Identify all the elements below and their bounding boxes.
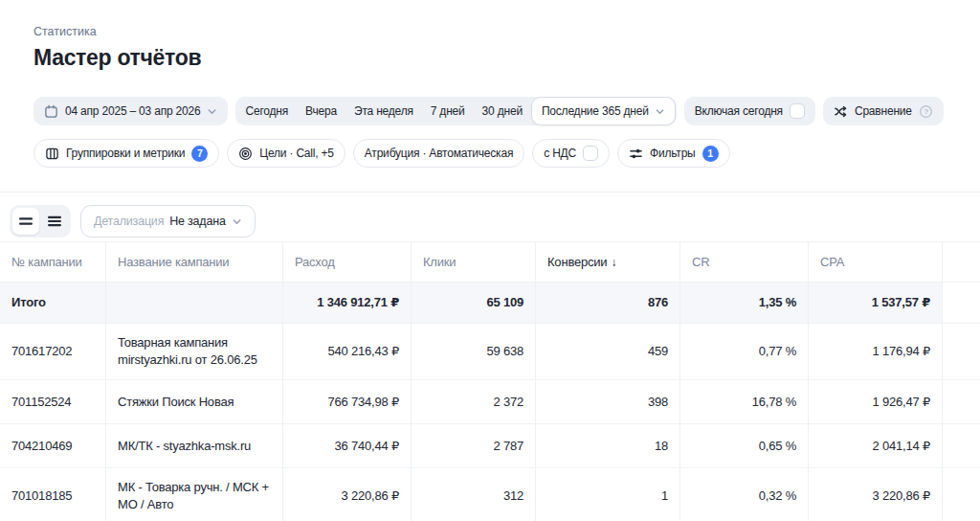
cell-campaign-id: 701617202 xyxy=(0,324,106,379)
columns-icon xyxy=(45,147,59,161)
column-header-clicks[interactable]: Клики xyxy=(412,242,536,282)
cell-cpa: 1 926,47 ₽ xyxy=(809,380,943,423)
three-rows-icon xyxy=(48,215,61,228)
table-row: 701152524 Стяжки Поиск Новая 766 734,98 … xyxy=(0,380,980,424)
master-reports-page: Статистика Мастер отчётов 04 апр 2025 – … xyxy=(0,0,980,521)
selected-range-dropdown[interactable]: Последние 365 дней xyxy=(531,97,676,125)
table-row: 701018185 МК - Товарка ручн. / МСК + МО … xyxy=(0,468,980,521)
cell-clicks: 59 638 xyxy=(412,324,536,379)
cell-cr: 0,32 % xyxy=(680,468,809,521)
totals-cpa: 1 537,57 ₽ xyxy=(809,283,943,323)
cell-cost: 36 740,44 ₽ xyxy=(283,424,412,467)
vat-checkbox[interactable] xyxy=(583,146,598,161)
two-rows-icon xyxy=(19,215,33,228)
totals-cost: 1 346 912,71 ₽ xyxy=(283,283,412,323)
filters-button[interactable]: Фильтры 1 xyxy=(617,139,730,168)
cell-cr: 0,77 % xyxy=(680,324,809,379)
conversions-header-label: Конверсии xyxy=(547,255,607,269)
column-header-campaign-name[interactable]: Название кампании xyxy=(106,242,283,282)
date-range-label: 04 апр 2025 – 03 апр 2026 xyxy=(65,104,200,118)
cell-cpa: 3 220,86 ₽ xyxy=(809,468,943,521)
filters-count-badge: 1 xyxy=(702,146,719,162)
view-density-group xyxy=(10,205,71,238)
totals-row: Итого 1 346 912,71 ₽ 65 109 876 1,35 % 1… xyxy=(0,283,980,324)
column-header-cpa[interactable]: CPA xyxy=(809,242,943,282)
cell-cr: 0,65 % xyxy=(680,424,809,467)
table-row: 701617202 Товарная кампания mirstyazhki.… xyxy=(0,324,980,380)
cell-clicks: 2 787 xyxy=(412,424,536,467)
date-range-button[interactable]: 04 апр 2025 – 03 апр 2026 xyxy=(33,97,228,125)
quick-range-yesterday[interactable]: Вчера xyxy=(297,97,345,125)
cell-cpa: 2 041,14 ₽ xyxy=(809,424,943,467)
goals-label: Цели · Call, +5 xyxy=(259,147,334,160)
quick-range-this-week[interactable]: Эта неделя xyxy=(345,97,422,125)
groupings-metrics-label: Группировки и метрики xyxy=(66,147,185,160)
date-filter-row: 04 апр 2025 – 03 апр 2026 Сегодня Вчера … xyxy=(33,97,980,125)
chevron-down-icon xyxy=(207,106,217,117)
include-today-checkbox[interactable] xyxy=(790,103,805,119)
breadcrumb[interactable]: Статистика xyxy=(33,25,97,38)
chevron-down-icon xyxy=(232,216,242,227)
cell-clicks: 2 372 xyxy=(412,380,536,423)
quick-range-today[interactable]: Сегодня xyxy=(236,97,297,125)
cell-overflow xyxy=(943,324,980,379)
cell-cost: 540 216,43 ₽ xyxy=(283,324,412,379)
density-comfort-button[interactable] xyxy=(12,208,39,235)
quick-range-group: Сегодня Вчера Эта неделя 7 дней 30 дней … xyxy=(235,97,676,125)
cell-cr: 16,78 % xyxy=(680,380,809,423)
quick-range-30-days[interactable]: 30 дней xyxy=(474,97,531,125)
column-header-cost[interactable]: Расход xyxy=(283,242,412,282)
column-header-campaign-id[interactable]: № кампании xyxy=(0,242,106,282)
goals-button[interactable]: Цели · Call, +5 xyxy=(227,139,345,168)
filters-label: Фильтры xyxy=(650,147,696,160)
calendar-icon xyxy=(44,104,58,119)
cell-campaign-name: Товарная кампания mirstyazhki.ru от 26.0… xyxy=(106,324,283,379)
cell-cost: 3 220,86 ₽ xyxy=(283,468,412,521)
chevron-down-icon xyxy=(655,106,665,117)
cell-conversions: 459 xyxy=(536,324,680,379)
totals-conversions: 876 xyxy=(536,283,680,323)
cell-overflow xyxy=(943,380,980,423)
cell-overflow xyxy=(943,424,980,467)
cell-conversions: 1 xyxy=(536,468,680,521)
cell-cost: 766 734,98 ₽ xyxy=(283,380,412,423)
totals-cr: 1,35 % xyxy=(680,283,809,323)
column-header-cr[interactable]: CR xyxy=(680,242,809,282)
vat-toggle[interactable]: с НДС xyxy=(532,139,610,168)
cell-campaign-id: 704210469 xyxy=(0,424,106,467)
cell-conversions: 18 xyxy=(536,424,680,467)
cell-conversions: 398 xyxy=(536,380,680,423)
cell-clicks: 312 xyxy=(412,468,536,521)
cell-cpa: 1 176,94 ₽ xyxy=(809,324,943,379)
totals-label: Итого xyxy=(0,283,106,323)
sliders-icon xyxy=(629,147,643,161)
table-toolbar: Детализация Не задана xyxy=(10,205,980,238)
cell-campaign-id: 701152524 xyxy=(0,380,106,423)
help-icon[interactable]: ? xyxy=(919,104,933,119)
detalization-dropdown[interactable]: Детализация Не задана xyxy=(80,205,256,238)
density-compact-button[interactable] xyxy=(41,208,68,235)
detalization-value: Не задана xyxy=(169,215,225,228)
totals-name-cell xyxy=(106,283,283,323)
metrics-filter-row: Группировки и метрики 7 Цели · Call, +5 … xyxy=(33,139,980,168)
groupings-metrics-button[interactable]: Группировки и метрики 7 xyxy=(33,139,219,168)
column-header-conversions[interactable]: Конверсии ↓ xyxy=(536,242,680,282)
include-today-toggle[interactable]: Включая сегодня xyxy=(684,97,815,125)
svg-text:?: ? xyxy=(924,107,928,116)
sort-desc-icon: ↓ xyxy=(611,256,616,269)
header-filters-panel: Статистика Мастер отчётов 04 апр 2025 – … xyxy=(0,0,980,193)
totals-clicks: 65 109 xyxy=(412,283,536,323)
quick-range-7-days[interactable]: 7 дней xyxy=(422,97,474,125)
target-icon xyxy=(238,147,253,161)
column-header-overflow xyxy=(943,242,980,282)
cell-campaign-name: Стяжки Поиск Новая xyxy=(106,380,283,423)
cell-campaign-id: 701018185 xyxy=(0,468,106,521)
cell-campaign-name: МК - Товарка ручн. / МСК + МО / Авто xyxy=(106,468,283,521)
compare-shuffle-icon xyxy=(834,104,848,119)
detalization-label: Детализация xyxy=(94,215,164,228)
comparison-button[interactable]: Сравнение ? xyxy=(823,97,944,125)
table-row: 704210469 МК/ТК - styazhka-msk.ru 36 740… xyxy=(0,424,980,468)
attribution-button[interactable]: Атрибуция · Автоматическая xyxy=(353,139,524,168)
vat-label: с НДС xyxy=(544,147,576,160)
groupings-count-badge: 7 xyxy=(191,146,208,162)
